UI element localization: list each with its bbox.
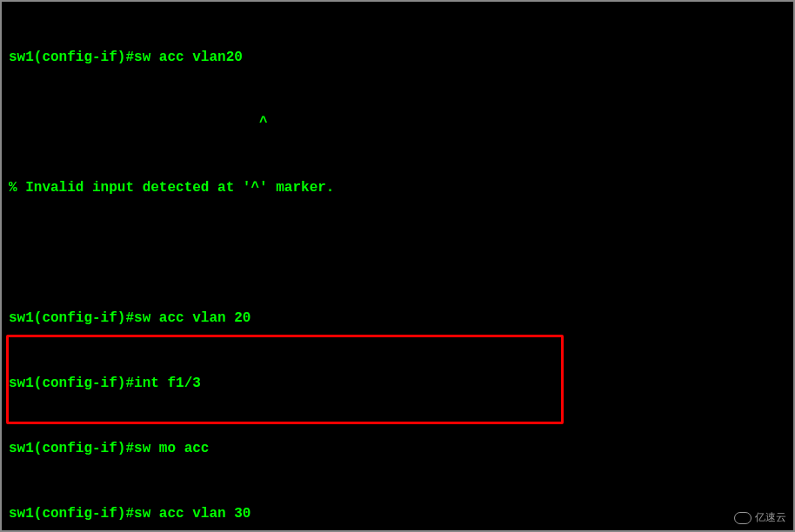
command-text: sw mo acc xyxy=(134,441,209,456)
error-message: % Invalid input detected at '^' marker. xyxy=(9,177,786,199)
prompt: sw1(config-if)# xyxy=(9,506,134,522)
watermark: 亿速云 xyxy=(734,510,786,525)
error-caret: ^ xyxy=(9,112,786,134)
command-text: int f1/3 xyxy=(134,376,201,391)
cloud-icon xyxy=(734,512,752,524)
command-text: sw acc vlan 20 xyxy=(134,310,251,326)
prompt: sw1(config-if)# xyxy=(9,50,134,65)
command-text: sw acc vlan20 xyxy=(134,50,243,65)
command-text: sw acc vlan 30 xyxy=(134,506,251,522)
command-line: sw1(config-if)#sw acc vlan20 xyxy=(9,47,786,69)
command-line: sw1(config-if)#sw mo acc xyxy=(9,438,786,460)
command-line: sw1(config-if)#sw acc vlan 30 xyxy=(9,503,786,525)
prompt: sw1(config-if)# xyxy=(9,376,134,391)
watermark-text: 亿速云 xyxy=(755,510,786,525)
terminal-output[interactable]: sw1(config-if)#sw acc vlan20 ^ % Invalid… xyxy=(2,2,793,532)
prompt: sw1(config-if)# xyxy=(9,310,134,326)
prompt: sw1(config-if)# xyxy=(9,441,134,456)
command-line: sw1(config-if)#int f1/3 xyxy=(9,373,786,395)
blank-line xyxy=(9,243,786,264)
command-line: sw1(config-if)#sw acc vlan 20 xyxy=(9,308,786,329)
